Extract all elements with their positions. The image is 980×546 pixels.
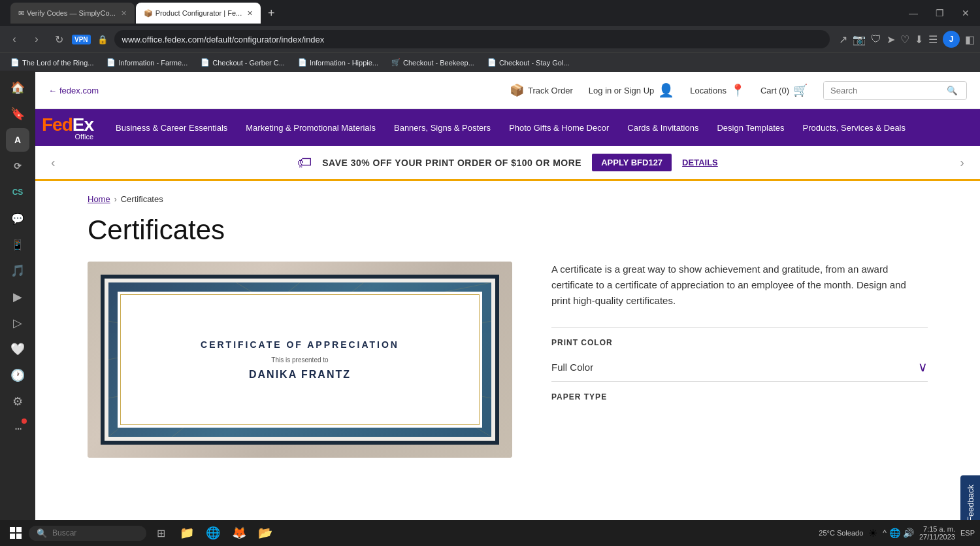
bookmark-1[interactable]: 📄 The Lord of the Ring... bbox=[5, 55, 99, 71]
add-tab-button[interactable]: + bbox=[262, 4, 280, 22]
sidebar-home-icon[interactable]: 🏠 bbox=[6, 76, 29, 99]
locations-button[interactable]: Locations 📍 bbox=[690, 83, 745, 97]
page-content: Home › Certificates Certificates bbox=[35, 181, 980, 484]
bookmark-3[interactable]: 📄 Checkout - Gerber C... bbox=[195, 55, 290, 71]
print-color-chevron[interactable]: ∨ bbox=[918, 359, 928, 375]
search-bar[interactable]: 🔍 bbox=[823, 81, 967, 100]
taskbar-folder[interactable]: 📂 bbox=[253, 521, 277, 545]
promo-code-button[interactable]: APPLY BFD127 bbox=[592, 154, 672, 171]
profile-button[interactable]: J bbox=[943, 31, 960, 48]
nav-business[interactable]: Business & Career Essentials bbox=[106, 112, 237, 143]
sidebar-extensions-icon[interactable]: A bbox=[6, 128, 29, 152]
nav-design-label: Design Templates bbox=[717, 123, 784, 133]
bookmark5-label: Checkout - Beekeep... bbox=[403, 59, 474, 67]
fedex-back-link[interactable]: ← fedex.com bbox=[48, 86, 99, 95]
taskbar-firefox[interactable]: 🦊 bbox=[227, 521, 251, 545]
url-text: www.office.fedex.com/default/configurato… bbox=[122, 35, 325, 44]
nav-business-label: Business & Career Essentials bbox=[116, 123, 227, 133]
taskbar-time-display: 7:15 a. m. bbox=[919, 525, 955, 533]
taskbar-right: 25°C Soleado ☀ ^ 🌐 🔊 7:15 a. m. 27/11/20… bbox=[819, 525, 975, 541]
search-input[interactable] bbox=[824, 82, 941, 99]
taskbar-file-explorer[interactable]: 📁 bbox=[175, 521, 199, 545]
back-button[interactable]: ‹ bbox=[5, 30, 24, 48]
cart-button[interactable]: Cart (0) 🛒 bbox=[760, 83, 808, 97]
bookmark-6[interactable]: 📄 Checkout - Stay Gol... bbox=[482, 55, 575, 71]
folder-icon: 📂 bbox=[258, 526, 272, 540]
breadcrumb-home-link[interactable]: Home bbox=[88, 194, 110, 204]
print-color-section: PRINT COLOR Full Color ∨ bbox=[551, 327, 928, 381]
task-view-icon: ⊞ bbox=[157, 527, 165, 539]
promo-next-button[interactable]: › bbox=[960, 155, 964, 170]
sidebar-whatsapp-icon[interactable]: 📱 bbox=[6, 233, 29, 256]
sidebar-more-icon[interactable]: ··· bbox=[6, 416, 29, 439]
tab2-close[interactable]: ✕ bbox=[247, 9, 253, 18]
window-restore-button[interactable]: ❐ bbox=[930, 4, 949, 22]
fedex-top-bar: ← fedex.com 📦 Track Order Log in or Sign… bbox=[48, 72, 967, 109]
window-minimize-button[interactable]: — bbox=[904, 4, 923, 22]
sidebar-settings-icon[interactable]: ⚙ bbox=[6, 390, 29, 413]
taskbar-task-view[interactable]: ⊞ bbox=[149, 521, 172, 545]
breadcrumb-current: Certificates bbox=[121, 194, 163, 204]
track-order-button[interactable]: 📦 Track Order bbox=[510, 83, 573, 97]
sidebar-tiktok-icon[interactable]: 🎵 bbox=[6, 259, 29, 282]
tab2-favicon: 📦 bbox=[144, 9, 153, 18]
nav-cards-label: Cards & Invitations bbox=[627, 123, 698, 133]
menu-icon[interactable]: ☰ bbox=[928, 33, 938, 46]
share-icon[interactable]: ↗ bbox=[839, 33, 847, 46]
browser-tab-2[interactable]: 📦 Product Configurator | Fe... ✕ bbox=[136, 3, 261, 24]
forward-button[interactable]: › bbox=[27, 30, 46, 48]
nav-design[interactable]: Design Templates bbox=[708, 112, 793, 143]
taskbar-search-bar[interactable]: 🔍 bbox=[29, 526, 146, 541]
sidebar-toggle-icon[interactable]: ◧ bbox=[965, 33, 975, 46]
browser-sidebar: 🏠 🔖 A ⟳ CS 💬 📱 🎵 ▶ ▷ 🤍 🕐 ⚙ ··· bbox=[0, 71, 35, 546]
sidebar-media-play-icon[interactable]: ▶ bbox=[6, 285, 29, 309]
taskbar-language: ESP bbox=[960, 529, 975, 537]
send-icon[interactable]: ➤ bbox=[887, 33, 895, 46]
print-color-select[interactable]: Full Color ∨ bbox=[551, 352, 928, 381]
cart-label: Cart (0) bbox=[760, 86, 789, 95]
address-bar[interactable]: www.office.fedex.com/default/configurato… bbox=[114, 30, 830, 48]
taskbar-datetime: 7:15 a. m. 27/11/2023 bbox=[919, 525, 955, 541]
bookmark-4[interactable]: 📄 Information - Hippie... bbox=[293, 55, 384, 71]
browser-nav-bar: ‹ › ↻ VPN 🔒 www.office.fedex.com/default… bbox=[0, 26, 980, 52]
shield-icon[interactable]: 🛡 bbox=[871, 33, 881, 45]
taskbar: 🔍 ⊞ 📁 🌐 🦊 📂 25°C Soleado ☀ ^ 🌐 🔊 7:15 a.… bbox=[0, 520, 980, 546]
taskbar-network-icon[interactable]: 🌐 bbox=[889, 528, 900, 538]
taskbar-chevron-icon[interactable]: ^ bbox=[883, 528, 887, 537]
taskbar-browser[interactable]: 🌐 bbox=[201, 521, 225, 545]
browser-tab-1[interactable]: ✉ Verify Codes — SimplyCo... ✕ bbox=[10, 3, 135, 24]
sidebar-wishlist-icon[interactable]: 🤍 bbox=[6, 337, 29, 361]
promo-prev-button[interactable]: ‹ bbox=[51, 155, 56, 170]
heart-icon[interactable]: ♡ bbox=[900, 33, 909, 46]
download-icon[interactable]: ⬇ bbox=[915, 33, 923, 46]
bookmarks-bar: 📄 The Lord of the Ring... 📄 Information … bbox=[0, 52, 980, 72]
sidebar-copilot-icon[interactable]: ⟳ bbox=[6, 154, 29, 178]
reload-button[interactable]: ↻ bbox=[50, 30, 68, 48]
taskbar-search-input[interactable] bbox=[52, 528, 131, 537]
sidebar-bookmarks-icon[interactable]: 🔖 bbox=[6, 102, 29, 126]
vpn-badge: VPN bbox=[72, 35, 91, 44]
window-close-button[interactable]: ✕ bbox=[956, 4, 975, 22]
nav-photo[interactable]: Photo Gifts & Home Decor bbox=[500, 112, 618, 143]
search-button[interactable]: 🔍 bbox=[941, 82, 963, 99]
locations-label: Locations bbox=[690, 86, 727, 95]
fedex-logo[interactable]: FedEx Office bbox=[42, 109, 93, 146]
promo-details-link[interactable]: DETAILS bbox=[682, 158, 718, 167]
nav-marketing[interactable]: Marketing & Promotional Materials bbox=[237, 112, 385, 143]
website-content: ← fedex.com 📦 Track Order Log in or Sign… bbox=[35, 72, 980, 484]
tab1-close[interactable]: ✕ bbox=[121, 9, 127, 18]
bookmark2-label: Information - Farme... bbox=[118, 59, 188, 67]
sidebar-play-icon[interactable]: ▷ bbox=[6, 311, 29, 335]
bookmark-5[interactable]: 🛒 Checkout - Beekeep... bbox=[386, 55, 480, 71]
windows-start-button[interactable] bbox=[5, 522, 26, 543]
login-button[interactable]: Log in or Sign Up 👤 bbox=[589, 82, 674, 98]
sidebar-messenger-icon[interactable]: 💬 bbox=[6, 207, 29, 230]
sidebar-cs-icon[interactable]: CS bbox=[6, 180, 29, 204]
taskbar-sound-icon[interactable]: 🔊 bbox=[903, 528, 914, 538]
nav-banners[interactable]: Banners, Signs & Posters bbox=[385, 112, 500, 143]
nav-products[interactable]: Products, Services & Deals bbox=[794, 112, 915, 143]
nav-cards[interactable]: Cards & Invitations bbox=[618, 112, 708, 143]
photo-icon[interactable]: 📷 bbox=[853, 33, 866, 46]
sidebar-history-icon[interactable]: 🕐 bbox=[6, 364, 29, 387]
bookmark-2[interactable]: 📄 Information - Farme... bbox=[101, 55, 193, 71]
